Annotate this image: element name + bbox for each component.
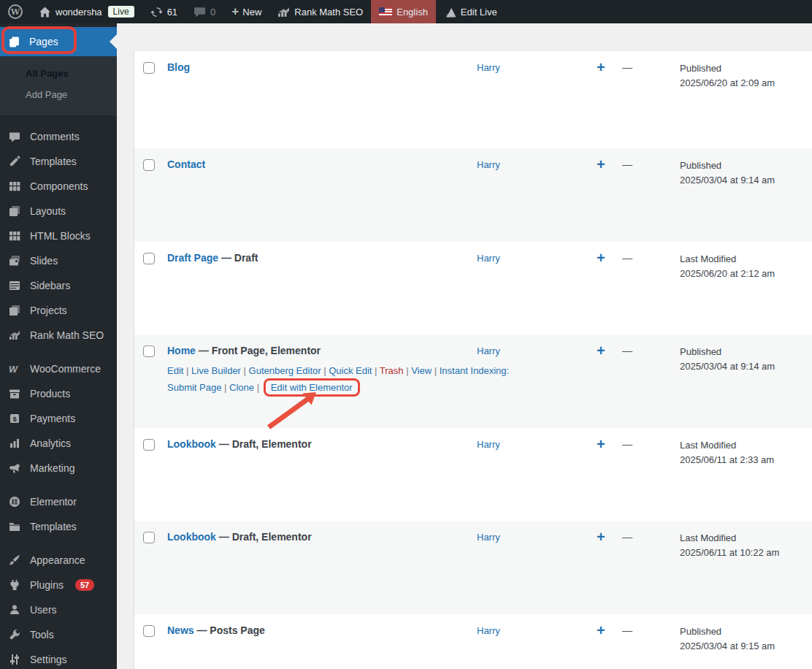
author-link[interactable]: Harry: [477, 253, 500, 264]
sidebar-subitem-all-pages[interactable]: All Pages: [0, 63, 117, 84]
sidebar-subitem-add-page[interactable]: Add Page: [0, 84, 117, 105]
row-checkbox[interactable]: [143, 62, 155, 74]
sidebar-item-analytics[interactable]: Analytics: [0, 431, 117, 456]
sidebar-pages-label: Pages: [29, 36, 58, 47]
date-column: Published2025/06/20 at 2:09 am: [680, 61, 775, 91]
seo-plus-icon[interactable]: +: [597, 250, 605, 267]
row-checkbox[interactable]: [143, 253, 155, 264]
sliders-icon: [8, 653, 21, 666]
sidebar-item-settings[interactable]: Settings: [0, 647, 117, 669]
sidebar-item-tools[interactable]: Tools: [0, 622, 117, 647]
table-row: Lookbook — Draft, ElementorHarry+—Last M…: [134, 521, 812, 614]
action-separator: |: [221, 382, 229, 393]
row-checkbox[interactable]: [143, 532, 155, 543]
site-name-menu[interactable]: wondersha Live: [31, 0, 142, 23]
sidebar-item-pages[interactable]: Pages: [0, 27, 117, 56]
empty-column-dash: —: [622, 531, 632, 543]
action-edit[interactable]: Edit: [167, 365, 183, 376]
action-quick-edit[interactable]: Quick Edit: [329, 365, 372, 376]
row-title: Home — Front Page, Elementor: [167, 345, 321, 356]
author-link[interactable]: Harry: [477, 439, 500, 450]
new-label: New: [242, 7, 261, 18]
row-checkbox[interactable]: [143, 439, 155, 451]
author-link[interactable]: Harry: [477, 532, 500, 543]
page-title-link[interactable]: Contact: [167, 158, 205, 170]
sidebar-item-slides[interactable]: Slides: [0, 248, 117, 273]
page-title-link[interactable]: Draft Page: [167, 252, 218, 264]
page-title-link[interactable]: News: [167, 624, 194, 636]
language-switcher[interactable]: English: [371, 0, 436, 23]
page-title-link[interactable]: Lookbook: [167, 438, 216, 450]
empty-column-dash: —: [622, 158, 632, 170]
sidebar-item-templates[interactable]: Templates: [0, 149, 117, 174]
action-live-builder[interactable]: Live Builder: [191, 365, 241, 376]
page-state-suffix: — Draft, Elementor: [216, 531, 312, 543]
sidebar-item-appearance[interactable]: Appearance: [0, 548, 117, 573]
language-label: English: [397, 7, 428, 18]
row-checkbox[interactable]: [143, 625, 155, 637]
sidebar-item-projects[interactable]: Projects: [0, 298, 117, 323]
sidebar-item-label: Projects: [30, 305, 67, 316]
row-checkbox[interactable]: [143, 345, 155, 357]
sidebar-item-templates[interactable]: Templates: [0, 514, 117, 539]
plugins-count-badge: 57: [75, 579, 94, 591]
sidebar-item-sidebars[interactable]: Sidebars: [0, 273, 117, 298]
seo-plus-icon[interactable]: +: [597, 436, 605, 453]
comments-menu[interactable]: 0: [185, 0, 223, 23]
publish-date: 2025/06/11 at 2:33 am: [680, 453, 774, 467]
seo-plus-icon[interactable]: +: [597, 343, 605, 359]
action-separator: |: [254, 382, 262, 393]
edit-live-menu[interactable]: Edit Live: [436, 0, 505, 23]
sidebar-item-label: Sidebars: [30, 280, 70, 291]
edit-live-label: Edit Live: [461, 7, 497, 18]
empty-column-dash: —: [622, 438, 632, 450]
comments-icon: [8, 130, 21, 143]
sidebar-item-comments[interactable]: Comments: [0, 124, 117, 149]
author-link[interactable]: Harry: [477, 345, 500, 356]
sidebar-item-plugins[interactable]: Plugins57: [0, 573, 117, 597]
publish-date: 2025/06/20 at 2:12 am: [680, 267, 775, 281]
row-title: Contact: [167, 158, 205, 170]
sidebar-item-marketing[interactable]: Marketing: [0, 456, 117, 481]
page-title-link[interactable]: Blog: [167, 61, 190, 73]
svg-text:W: W: [9, 364, 18, 375]
author-link[interactable]: Harry: [477, 62, 500, 73]
updates-menu[interactable]: 61: [142, 0, 185, 23]
brush-icon: [8, 554, 21, 567]
box-icon: [8, 387, 21, 400]
page-title-link[interactable]: Home: [167, 345, 196, 356]
page-title-link[interactable]: Lookbook: [167, 531, 216, 543]
dollar-icon: $: [8, 412, 21, 425]
sidebar-item-components[interactable]: Components: [0, 174, 117, 199]
sidebar-item-products[interactable]: Products: [0, 381, 117, 406]
row-checkbox[interactable]: [143, 159, 155, 171]
publish-status: Last Modified: [680, 531, 779, 546]
sidebar-item-payments[interactable]: $Payments: [0, 406, 117, 431]
page-state-suffix: — Draft, Elementor: [216, 438, 312, 450]
seo-plus-icon[interactable]: +: [597, 156, 605, 173]
action-view[interactable]: View: [411, 365, 432, 376]
action-gutenberg-editor[interactable]: Gutenberg Editor: [249, 365, 321, 376]
sidebar-item-label: Templates: [30, 521, 77, 532]
pages-submenu: All PagesAdd Page: [0, 56, 117, 115]
sidebar-item-elementor[interactable]: Elementor: [0, 489, 117, 514]
new-content-menu[interactable]: + New: [223, 0, 269, 23]
seo-plus-icon[interactable]: +: [597, 59, 605, 76]
wordpress-logo-menu[interactable]: W: [0, 0, 31, 23]
empty-column-dash: —: [622, 345, 632, 356]
seo-plus-icon[interactable]: +: [597, 529, 605, 546]
action-edit-with-elementor[interactable]: Edit with Elementor: [264, 378, 360, 397]
update-count: 61: [167, 7, 177, 18]
sidebar-item-layouts[interactable]: Layouts: [0, 199, 117, 223]
rank-math-menu[interactable]: Rank Math SEO: [269, 0, 371, 23]
author-link[interactable]: Harry: [477, 159, 500, 170]
sidebar-item-rank-math-seo[interactable]: Rank Math SEO: [0, 323, 117, 348]
sidebar-item-html-blocks[interactable]: HTML Blocks: [0, 223, 117, 248]
sidebar-item-woocommerce[interactable]: WWooCommerce: [0, 356, 117, 381]
author-link[interactable]: Harry: [477, 625, 500, 636]
action-clone[interactable]: Clone: [229, 382, 254, 393]
pencil-icon: [8, 155, 21, 168]
sidebar-item-users[interactable]: Users: [0, 597, 117, 622]
seo-plus-icon[interactable]: +: [597, 622, 605, 639]
action-trash[interactable]: Trash: [380, 365, 404, 376]
